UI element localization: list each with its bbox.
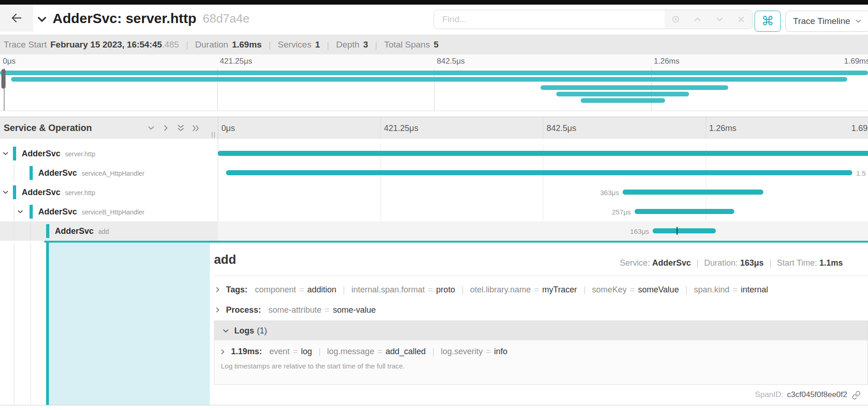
span-duration-label: 163μs [630,227,649,235]
span-bar-row[interactable]: 257μs [218,202,868,221]
span-log-marker[interactable] [677,227,678,235]
span-id-value: c3cf045f0f8ee0f2 [787,390,847,399]
minimap-span-bar [581,98,665,103]
summary-separator: | [327,40,329,50]
keyboard-shortcuts-button[interactable]: ⌘ [755,11,781,32]
kv-key: event [269,347,290,357]
kv-key: someKey [592,285,627,295]
kv-separator: | [462,285,464,295]
expand-one-icon[interactable] [161,124,170,132]
span-tree-row[interactable]: AdderSvcserviceA_HttpHandler [0,163,218,183]
span-toggle-chevron-down-icon[interactable] [2,189,9,196]
find-next-icon[interactable] [714,14,725,25]
kv-equals: = [534,285,539,295]
kv-value: info [494,347,507,357]
collapse-trace-header-chevron[interactable] [36,13,48,25]
kv-key: otel.library.name [470,285,531,295]
trace-summary-bar: Trace StartFebruary 15 2023, 16:54:45.48… [0,35,868,54]
span-toggle-chevron-down-icon[interactable] [2,150,9,157]
span-bar-row[interactable]: 1.5 [218,163,868,183]
tags-row[interactable]: Tags:component=addition|internal.span.fo… [214,283,868,296]
span-tree-row[interactable]: AdderSvcserver.http [0,183,218,202]
view-selector-button[interactable]: Trace Timeline [785,11,868,32]
kv-separator: | [685,285,688,295]
logs-header[interactable]: Logs (1) [214,321,868,340]
chevron-right-icon [214,286,221,293]
span-detail-content: add Service: AdderSvc|Duration: 163μs|St… [211,243,868,405]
minimap-span-bar [541,85,728,90]
span-service-name: AdderSvcserver.http [22,149,95,159]
span-color-accent [30,205,33,219]
kv-value: some-value [333,305,376,315]
tick-label: 421.25μs [384,123,418,133]
span-operation-name: server.http [65,189,95,196]
span-color-accent [30,166,33,180]
summary-value: 3 [363,40,368,50]
span-duration-bar[interactable] [653,228,716,233]
kv-value: internal [741,285,768,295]
summary-value: 1 [315,40,320,50]
column-resizer-handle[interactable] [212,132,216,138]
meta-label: Duration: [704,258,740,267]
collapse-all-icon[interactable] [176,124,185,133]
find-prev-icon[interactable] [692,14,703,25]
summary-label: Duration [195,40,228,50]
summary-value: 5 [434,40,439,50]
process-label: Process: [226,305,261,315]
span-tree-row[interactable]: AdderSvcserver.http [0,144,218,163]
span-tree-row[interactable]: AdderSvcserviceB_HttpHandler [0,202,218,221]
span-bar-row[interactable] [218,144,868,163]
minimap-span-bar [0,71,868,75]
meta-value: AdderSvc [652,258,691,267]
span-toggle-chevron-down-icon[interactable] [17,208,24,215]
indent-guide [14,243,14,405]
locate-span-icon[interactable] [670,14,681,25]
find-group [434,10,753,29]
span-tree: AdderSvcserver.httpAdderSvcserviceA_Http… [0,144,218,241]
kv-equals: = [293,347,298,357]
span-bars-area: 1.5363μs257μs163μs [218,144,868,241]
clear-find-icon[interactable] [736,14,747,25]
logs-note: Log timestamps are relative to the start… [221,362,868,370]
view-selector-label: Trace Timeline [793,16,850,26]
minimap-graph[interactable] [0,68,868,111]
deep-link-icon[interactable] [852,391,861,399]
span-duration-bar[interactable] [635,209,734,214]
summary-separator: | [375,40,377,50]
summary-label: Depth [336,40,360,50]
kv-key: span.kind [694,285,730,295]
log-entry-row[interactable]: 1.19ms:event=log|log.message=add_called|… [219,347,868,357]
summary-value: 1.69ms [232,40,262,50]
span-duration-bar[interactable] [226,170,852,175]
span-detail-title: add [214,253,236,267]
collapse-one-icon[interactable] [147,124,155,132]
span-service-name: AdderSvcserviceB_HttpHandler [38,207,144,217]
trace-timeline-page: AdderSvc: server.http 68d7a4e ⌘ [0,0,868,410]
indent-guide [14,163,14,183]
process-row[interactable]: Process:some-attribute=some-value [214,303,868,316]
kv-equals: = [428,285,433,295]
span-operation-name: serviceA_HttpHandler [82,170,144,177]
span-bar-row[interactable]: 163μs [218,221,868,241]
kv-key: log.message [327,347,374,357]
kv-value: proto [436,285,455,295]
span-color-accent [13,185,16,199]
selected-span-highlight-block [49,243,210,405]
indent-guide [30,221,31,241]
summary-value: February 15 2023, 16:54:45.485 [50,40,179,50]
span-tree-row[interactable]: AdderSvcadd [0,221,218,241]
summary-label: Trace Start [4,40,47,50]
expand-all-icon[interactable] [191,124,201,133]
timeline-gridline [543,117,543,139]
kv-key: some-attribute [268,305,321,315]
span-duration-bar[interactable] [218,151,868,156]
span-duration-label: 1.5 [856,169,866,177]
span-bar-row[interactable]: 363μs [218,183,868,202]
find-input[interactable] [434,10,665,29]
back-button[interactable] [0,5,33,31]
span-duration-bar[interactable] [623,190,763,195]
minimap-scrubber-handle[interactable] [1,69,6,89]
find-icon-strip [665,10,752,29]
span-operation-name: serviceB_HttpHandler [82,208,144,216]
kv-equals: = [325,305,330,315]
